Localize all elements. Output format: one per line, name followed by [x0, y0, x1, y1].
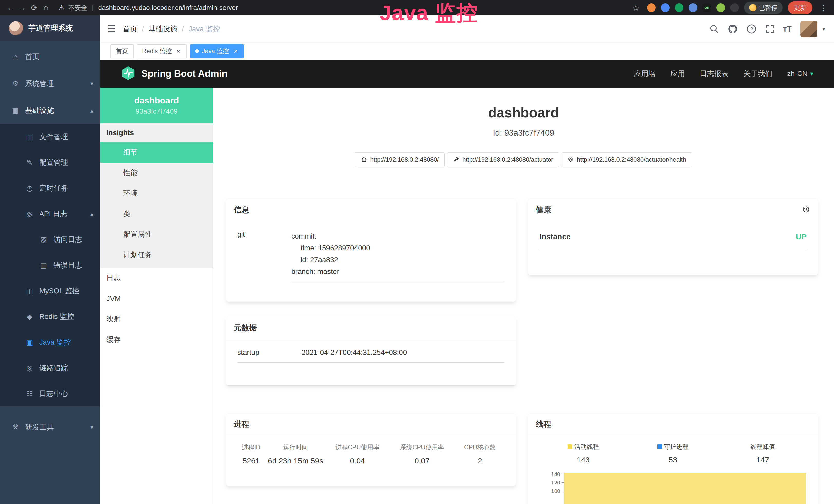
forward-icon[interactable]: →: [17, 3, 28, 12]
breadcrumb-home[interactable]: 首页: [123, 24, 137, 34]
column-header: 进程CPU使用率: [325, 443, 390, 451]
sba-nav-applications[interactable]: 应用: [671, 69, 685, 78]
chrome-menu-icon[interactable]: ⋮: [817, 3, 829, 12]
sidebar-item-label: 错误日志: [53, 260, 82, 270]
info-key: git: [237, 230, 291, 282]
actuator-url-button[interactable]: http://192.168.0.2:48080/actuator: [447, 152, 559, 167]
home-icon: ⌂: [10, 53, 21, 61]
extension-on-icon[interactable]: on: [702, 3, 711, 12]
card-body: 活动线程 143 守护进程 53 线程峰值: [528, 435, 818, 495]
history-icon[interactable]: [803, 206, 810, 214]
tab-java-monitor[interactable]: Java 监控 ×: [190, 44, 244, 58]
health-url-button[interactable]: http://192.168.0.2:48080/actuator/health: [562, 152, 692, 167]
sba-nav-about[interactable]: 关于我们: [744, 69, 772, 78]
sba-brand[interactable]: Spring Boot Admin: [121, 66, 227, 82]
card-title: 元数据: [234, 323, 257, 333]
refresh-icon[interactable]: ⟳: [28, 3, 40, 12]
sidebar-item-home[interactable]: ⌂ 首页: [0, 43, 100, 70]
extension-icon[interactable]: [675, 3, 683, 12]
instance-header[interactable]: dashboard 93a3fc7f7409: [100, 88, 213, 123]
app-logo[interactable]: 芋道管理系统: [0, 16, 100, 41]
extension-icon[interactable]: [730, 3, 739, 12]
active-tab-dot: [195, 49, 199, 53]
instance-nav-mappings[interactable]: 映射: [100, 309, 213, 329]
close-icon[interactable]: ×: [175, 48, 181, 54]
instance-nav-caches[interactable]: 缓存: [100, 329, 213, 350]
legend-head: 线程峰值: [750, 443, 775, 451]
extension-icon[interactable]: [716, 3, 725, 12]
metadata-value: 2021-04-27T00:44:31.254+08:00: [302, 348, 504, 357]
instance-name: dashboard: [134, 95, 179, 106]
tab-redis-monitor[interactable]: Redis 监控 ×: [137, 44, 187, 58]
sidebar-item-label: 定时任务: [39, 183, 68, 193]
extension-icon[interactable]: [647, 3, 656, 12]
sidebar-item-tracing[interactable]: ◎ 链路追踪: [0, 355, 100, 381]
tab-home[interactable]: 首页: [110, 44, 134, 58]
instance-nav-logs[interactable]: 日志: [100, 268, 213, 288]
metadata-row: startup 2021-04-27T00:44:31.254+08:00: [237, 348, 504, 363]
breadcrumb-separator: /: [142, 25, 144, 33]
instance-nav-scheduled-tasks[interactable]: 计划任务: [100, 245, 213, 265]
sidebar-item-dev-tools[interactable]: ⚒ 研发工具 ▾: [0, 414, 100, 441]
sidebar-item-config-management[interactable]: ✎ 配置管理: [0, 150, 100, 175]
search-icon[interactable]: [710, 24, 719, 33]
url-text: dashboard.yudao.iocoder.cn/infra/admin-s…: [98, 4, 238, 12]
sidebar-item-access-logs[interactable]: ▨ 访问日志: [0, 227, 100, 252]
process-column: 系统CPU使用率 0.07: [390, 443, 454, 465]
bookmark-star-icon[interactable]: ☆: [630, 3, 642, 12]
sidebar-item-java-monitor[interactable]: ▣ Java 监控: [0, 329, 100, 355]
sidebar-item-redis-monitor[interactable]: ◆ Redis 监控: [0, 304, 100, 329]
instance-nav-details[interactable]: 细节: [100, 142, 213, 162]
chrome-update-button[interactable]: 更新: [788, 1, 812, 14]
y-tick-mark: [562, 474, 564, 475]
breadcrumb-infrastructure[interactable]: 基础设施: [149, 24, 177, 34]
instance-nav-classes[interactable]: 类: [100, 204, 213, 224]
fullscreen-icon[interactable]: [765, 24, 774, 33]
infrastructure-submenu: ▦ 文件管理 ✎ 配置管理 ◷ 定时任务 ▧ API 日志 ▴ ▨: [0, 124, 100, 407]
sidebar-item-error-logs[interactable]: ▥ 错误日志: [0, 252, 100, 278]
instance-nav-environment[interactable]: 环境: [100, 183, 213, 204]
legend-value: 53: [628, 456, 718, 464]
page-subtitle: Id: 93a3fc7f7409: [213, 128, 834, 138]
sba-nav-wall[interactable]: 应用墙: [634, 69, 656, 78]
extension-icon[interactable]: [661, 3, 670, 12]
y-tick-mark: [562, 491, 564, 491]
instance-url-button[interactable]: http://192.168.0.2:48080/: [355, 152, 445, 167]
font-size-icon[interactable]: тT: [783, 25, 792, 33]
actuator-url-text: http://192.168.0.2:48080/actuator: [462, 156, 553, 163]
sba-locale-select[interactable]: zh-CN ▾: [787, 70, 813, 78]
sidebar-item-scheduled-tasks[interactable]: ◷ 定时任务: [0, 175, 100, 201]
y-tick: 120: [539, 478, 564, 487]
card-body: Instance UP: [528, 221, 818, 260]
column-header: 系统CPU使用率: [390, 443, 454, 451]
close-icon[interactable]: ×: [233, 48, 239, 54]
address-bar[interactable]: ⚠ 不安全 | dashboard.yudao.iocoder.cn/infra…: [59, 4, 238, 12]
paused-profile-badge[interactable]: 已暂停: [744, 2, 783, 14]
instance-nav-performance[interactable]: 性能: [100, 162, 213, 183]
chevron-up-icon: ▴: [90, 107, 93, 114]
card-title: 进程: [234, 419, 249, 430]
home-nav-icon[interactable]: ⌂: [40, 3, 52, 12]
sidebar-item-file-management[interactable]: ▦ 文件管理: [0, 124, 100, 150]
instance-nav-jvm[interactable]: JVM: [100, 288, 213, 309]
instance-nav-config-props[interactable]: 配置属性: [100, 224, 213, 245]
help-icon[interactable]: ?: [747, 24, 756, 34]
sba-nav-journal[interactable]: 日志报表: [700, 69, 729, 78]
user-avatar[interactable]: [800, 21, 817, 38]
threads-chart: 140 120 100: [539, 470, 808, 495]
question-glyph: ?: [750, 26, 753, 32]
extension-icon[interactable]: [688, 3, 697, 12]
sidebar-item-label: 研发工具: [25, 422, 54, 432]
column-value: 0.04: [325, 457, 390, 465]
sidebar-item-mysql-monitor[interactable]: ◫ MySQL 监控: [0, 278, 100, 304]
github-icon[interactable]: [728, 24, 738, 34]
sidebar-toggle-icon[interactable]: ☰: [100, 24, 123, 35]
sidebar-item-infrastructure[interactable]: ▤ 基础设施 ▴: [0, 97, 100, 124]
back-icon[interactable]: ←: [5, 3, 17, 12]
sidebar-item-log-center[interactable]: ☷ 日志中心: [0, 381, 100, 407]
instance-links: http://192.168.0.2:48080/ http://192.168…: [213, 152, 834, 167]
legend-group-active: 活动线程 143: [539, 443, 628, 464]
sidebar-item-api-logs[interactable]: ▧ API 日志 ▴: [0, 201, 100, 227]
sidebar-item-label: 系统管理: [25, 79, 54, 89]
sidebar-item-system-management[interactable]: ⚙ 系统管理 ▾: [0, 70, 100, 97]
